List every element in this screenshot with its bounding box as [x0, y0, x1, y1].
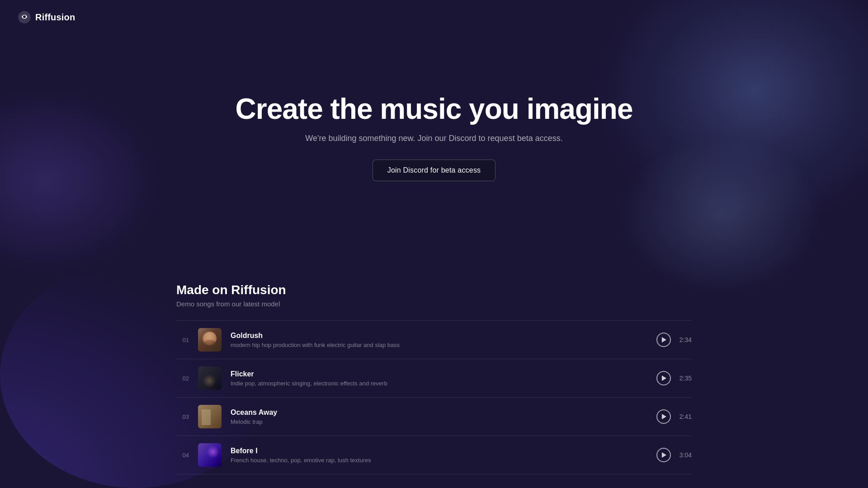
play-icon	[662, 414, 666, 419]
track-controls: 3:04	[656, 448, 692, 462]
track-desc: modern hip hop production with funk elec…	[231, 342, 647, 348]
header: Riffusion	[0, 0, 868, 34]
track-duration: 2:41	[677, 413, 692, 420]
track-number: 04	[176, 452, 189, 459]
track-duration: 2:34	[677, 336, 692, 343]
logo[interactable]: Riffusion	[18, 11, 75, 23]
track-info: Goldrush modern hip hop production with …	[231, 332, 647, 348]
hero-section: Create the music you imagine We're build…	[0, 34, 868, 181]
svg-point-1	[23, 15, 26, 18]
logo-icon	[18, 11, 31, 23]
track-duration: 2:35	[677, 375, 692, 382]
track-item[interactable]: 01 Goldrush modern hip hop production wi…	[176, 320, 692, 359]
track-thumbnail	[198, 366, 222, 390]
track-info: Oceans Away Melodic trap	[231, 408, 647, 425]
track-name: Oceans Away	[231, 408, 647, 417]
track-desc: Indie pop, atmospheric singing, electron…	[231, 380, 647, 387]
play-icon	[662, 375, 666, 381]
track-info: Before I French house, techno, pop, emot…	[231, 447, 647, 464]
track-list: 01 Goldrush modern hip hop production wi…	[176, 320, 692, 474]
play-button[interactable]	[656, 409, 671, 424]
track-number: 01	[176, 337, 189, 343]
play-button[interactable]	[656, 448, 671, 462]
track-thumbnail	[198, 443, 222, 467]
section-title: Made on Riffusion	[176, 283, 692, 297]
play-icon	[662, 452, 666, 458]
track-item[interactable]: 04 Before I French house, techno, pop, e…	[176, 436, 692, 474]
cta-button[interactable]: Join Discord for beta access	[373, 160, 496, 181]
track-controls: 2:35	[656, 371, 692, 385]
hero-subtitle: We're building something new. Join our D…	[305, 134, 562, 143]
track-duration: 3:04	[677, 451, 692, 459]
play-button[interactable]	[656, 333, 671, 347]
track-desc: French house, techno, pop, emotive rap, …	[231, 457, 647, 464]
track-thumbnail	[198, 328, 222, 352]
track-item[interactable]: 03 Oceans Away Melodic trap 2:41	[176, 398, 692, 436]
logo-text: Riffusion	[35, 12, 75, 23]
track-info: Flicker Indie pop, atmospheric singing, …	[231, 370, 647, 387]
track-item[interactable]: 02 Flicker Indie pop, atmospheric singin…	[176, 359, 692, 398]
tracks-section: Made on Riffusion Demo songs from our la…	[0, 283, 868, 488]
track-name: Goldrush	[231, 332, 647, 340]
track-number: 03	[176, 413, 189, 420]
play-icon	[662, 337, 666, 343]
track-desc: Melodic trap	[231, 418, 647, 425]
track-controls: 2:34	[656, 333, 692, 347]
track-thumbnail	[198, 405, 222, 428]
track-name: Flicker	[231, 370, 647, 378]
play-button[interactable]	[656, 371, 671, 385]
track-controls: 2:41	[656, 409, 692, 424]
track-name: Before I	[231, 447, 647, 455]
track-number: 02	[176, 375, 189, 382]
section-subtitle: Demo songs from our latest model	[176, 300, 692, 308]
hero-title: Create the music you imagine	[236, 93, 633, 125]
